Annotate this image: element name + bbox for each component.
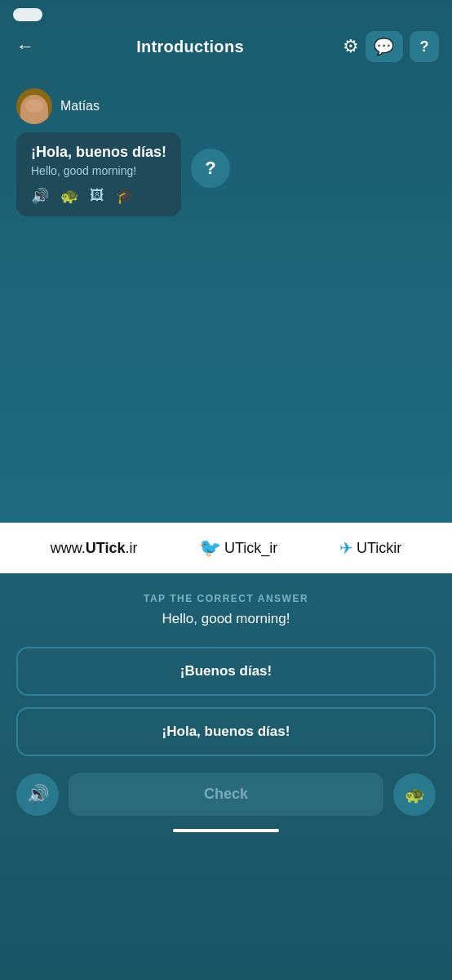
header: ← Introductions ⚙ 💬 ? xyxy=(0,24,452,75)
watermark-twitter: 🐦 UTick_ir xyxy=(199,537,277,559)
avatar xyxy=(16,88,52,124)
quiz-label: TAP THE CORRECT ANSWER xyxy=(16,593,436,604)
avatar-face xyxy=(20,95,48,124)
page-title: Introductions xyxy=(136,38,244,56)
turtle-slow-icon: 🐢 xyxy=(405,785,425,804)
turtle-icon[interactable]: 🐢 xyxy=(60,187,78,205)
speaker-button[interactable]: 🔊 xyxy=(16,773,59,816)
message-icons: 🔊 🐢 🖼 🎓 xyxy=(31,187,166,205)
back-button[interactable]: ← xyxy=(13,33,38,60)
question-bubble[interactable]: ? xyxy=(191,149,230,188)
bottom-controls: 🔊 Check 🐢 xyxy=(16,773,436,816)
message-bubble: ¡Hola, buenos días! Hello, good morning!… xyxy=(16,132,181,216)
check-button[interactable]: Check xyxy=(69,773,383,816)
message-spanish: ¡Hola, buenos días! xyxy=(31,144,166,161)
message-english: Hello, good morning! xyxy=(31,164,166,177)
audio-icon[interactable]: 🔊 xyxy=(31,187,49,205)
answer-option-2[interactable]: ¡Hola, buenos días! xyxy=(16,707,436,756)
chat-icon: 💬 xyxy=(374,37,394,56)
help-button[interactable]: ? xyxy=(410,31,439,62)
watermark-telegram: ✈ UTickir xyxy=(339,538,401,558)
chat-area: Matías ¡Hola, buenos días! Hello, good m… xyxy=(0,75,452,229)
user-row: Matías xyxy=(16,88,436,124)
telegram-icon: ✈ xyxy=(339,538,353,558)
slow-audio-button[interactable]: 🐢 xyxy=(393,773,436,816)
learn-icon[interactable]: 🎓 xyxy=(116,187,134,205)
status-bar xyxy=(0,0,452,24)
watermark-banner: www.UTick.ir 🐦 UTick_ir ✈ UTickir xyxy=(0,523,452,573)
header-icons: ⚙ 💬 ? xyxy=(343,31,439,62)
settings-icon[interactable]: ⚙ xyxy=(343,36,359,57)
answer-option-1[interactable]: ¡Buenos días! xyxy=(16,647,436,696)
user-name: Matías xyxy=(60,99,100,114)
watermark-site: www.UTick.ir xyxy=(51,540,138,557)
quiz-prompt: Hello, good morning! xyxy=(16,611,436,627)
image-icon[interactable]: 🖼 xyxy=(90,187,104,205)
chat-button[interactable]: 💬 xyxy=(366,31,403,62)
bottom-section: TAP THE CORRECT ANSWER Hello, good morni… xyxy=(0,573,452,980)
bottom-indicator xyxy=(173,829,279,832)
top-section: ← Introductions ⚙ 💬 ? Matías ¡Hola, buen… xyxy=(0,0,452,523)
speaker-icon: 🔊 xyxy=(27,784,49,805)
status-pill xyxy=(13,8,42,21)
twitter-icon: 🐦 xyxy=(199,537,221,559)
message-row: ¡Hola, buenos días! Hello, good morning!… xyxy=(16,132,436,216)
